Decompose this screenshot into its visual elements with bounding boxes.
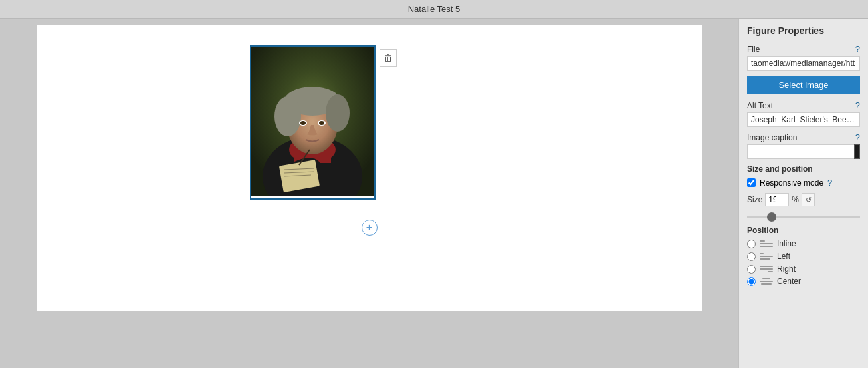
position-center-row: Center xyxy=(747,277,860,286)
svg-point-8 xyxy=(274,96,301,136)
caption-color-swatch[interactable] xyxy=(854,144,860,159)
image-caption-help-icon[interactable]: ? xyxy=(855,132,860,142)
delete-image-button[interactable]: 🗑 xyxy=(380,49,397,67)
select-image-button[interactable]: Select image xyxy=(747,76,860,94)
position-inline-radio[interactable] xyxy=(747,240,756,248)
beethoven-image xyxy=(251,47,374,196)
main-layout: 🗑 + Figure Properties File ? Select imag… xyxy=(0,19,868,368)
size-slider[interactable] xyxy=(747,216,860,218)
position-right-row: Right xyxy=(747,264,860,274)
position-center-label: Center xyxy=(777,277,801,286)
alt-text-help-icon[interactable]: ? xyxy=(855,100,860,110)
image-block[interactable]: 🗑 xyxy=(250,45,376,200)
responsive-help-icon[interactable]: ? xyxy=(827,178,832,188)
size-position-section-title: Size and position xyxy=(747,164,860,174)
position-inline-row: Inline xyxy=(747,239,860,248)
position-label: Position xyxy=(747,226,860,235)
position-inline-label: Inline xyxy=(777,239,796,248)
inline-position-icon xyxy=(760,239,773,248)
alt-text-input[interactable] xyxy=(747,112,860,127)
position-left-radio[interactable] xyxy=(747,252,756,261)
alt-text-label: Alt Text ? xyxy=(747,100,860,110)
position-right-label: Right xyxy=(777,264,796,274)
svg-point-13 xyxy=(319,121,324,125)
image-caption-label: Image caption ? xyxy=(747,132,860,142)
responsive-mode-label: Responsive mode xyxy=(760,178,823,188)
position-center-radio[interactable] xyxy=(747,277,756,286)
add-block-button[interactable]: + xyxy=(362,220,378,236)
left-position-icon xyxy=(760,252,773,261)
size-unit: % xyxy=(792,195,799,204)
right-position-icon xyxy=(760,264,773,274)
position-left-label: Left xyxy=(777,252,790,261)
responsive-mode-row: Responsive mode ? xyxy=(747,178,860,188)
image-caption-input[interactable] xyxy=(747,144,854,159)
position-left-row: Left xyxy=(747,252,860,261)
add-block-line[interactable]: + xyxy=(51,220,689,236)
canvas-container: 🗑 + xyxy=(37,25,702,311)
size-label: Size xyxy=(747,195,762,204)
canvas-area: 🗑 + xyxy=(0,19,738,368)
file-help-icon[interactable]: ? xyxy=(855,44,860,54)
top-bar: Natalie Test 5 xyxy=(0,0,868,19)
right-panel: Figure Properties File ? Select image Al… xyxy=(738,19,868,368)
size-row: Size % ↺ xyxy=(747,193,860,206)
position-right-radio[interactable] xyxy=(747,265,756,274)
image-caption-row xyxy=(747,144,860,159)
file-label: File ? xyxy=(747,44,860,54)
svg-point-9 xyxy=(326,94,350,132)
document-title: Natalie Test 5 xyxy=(408,4,461,14)
center-position-icon xyxy=(760,277,773,286)
size-input[interactable] xyxy=(765,193,789,206)
responsive-mode-checkbox[interactable] xyxy=(747,178,756,187)
svg-point-11 xyxy=(300,121,306,125)
file-input[interactable] xyxy=(747,56,860,71)
slider-container xyxy=(747,210,860,220)
panel-title: Figure Properties xyxy=(747,25,860,36)
size-reset-button[interactable]: ↺ xyxy=(802,193,815,206)
